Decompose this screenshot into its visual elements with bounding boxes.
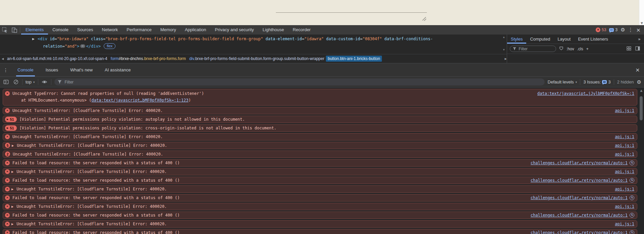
elements-scrollbar[interactable]: ▲ ▼ xyxy=(502,36,506,51)
source-link[interactable]: api.js:1 xyxy=(615,151,634,158)
message-line: Uncaught TypeError: Cannot read properti… xyxy=(12,91,204,96)
source-link[interactable]: api.js:1 xyxy=(615,203,634,210)
repeat-count-badge[interactable]: ▶51 xyxy=(5,125,17,131)
sidebar-tab-styles[interactable]: Styles xyxy=(507,35,526,44)
tab-performance[interactable]: Performance xyxy=(122,25,156,35)
expand-caret-icon[interactable]: ▶ xyxy=(12,144,14,147)
tab-memory[interactable]: Memory xyxy=(156,25,181,35)
source-link[interactable]: api.js:1 xyxy=(615,133,634,140)
stack-source-link[interactable]: data:text/javascript…bMF0pfX0pfSk=:1:123 xyxy=(92,98,189,103)
repeat-count-badge[interactable]: ▶51 xyxy=(5,117,17,122)
scroll-down-icon[interactable]: ▼ xyxy=(640,21,644,25)
request-initiator-icon[interactable]: ⇅ xyxy=(630,230,634,234)
console-scrollbar[interactable]: ▲ xyxy=(639,89,644,233)
source-link[interactable]: challenges.cloudflar…retry/normal/auto:1 xyxy=(531,229,628,234)
expand-caret-icon[interactable]: ▶ xyxy=(11,205,13,208)
request-initiator-icon[interactable]: ⇅ xyxy=(630,178,634,183)
styles-filter-box[interactable] xyxy=(510,46,556,52)
expand-caret-icon[interactable]: ▶ xyxy=(11,223,13,226)
inspect-element-icon[interactable] xyxy=(0,25,9,35)
settings-gear-icon[interactable]: ⚙ xyxy=(621,27,625,33)
request-initiator-icon[interactable]: ⇅ xyxy=(630,213,634,218)
tab-network[interactable]: Network xyxy=(98,25,122,35)
console-settings-gear-icon[interactable]: ⚙ xyxy=(637,79,641,85)
source-link[interactable]: challenges.cloudflar…retry/normal/auto:1 xyxy=(531,177,628,184)
expand-inline-icon[interactable]: ⋯ xyxy=(80,44,85,48)
error-icon: ✕ xyxy=(5,108,10,113)
drawer-tab-issues[interactable]: Issues xyxy=(44,63,60,76)
error-status[interactable]: × 53 xyxy=(596,27,606,32)
drawer-tab-what-s-new[interactable]: What's new xyxy=(69,63,94,76)
sidebar-tab-layout[interactable]: Layout xyxy=(554,35,574,44)
tab-privacy-and-security[interactable]: Privacy and security xyxy=(210,25,258,35)
expand-caret-icon[interactable]: ▶ xyxy=(11,170,13,173)
source-link[interactable]: api.js:1 xyxy=(615,221,634,227)
scroll-down-icon[interactable]: ▼ xyxy=(502,49,506,51)
drawer-menu-icon[interactable]: ⋮ xyxy=(0,63,11,76)
tab-recorder[interactable]: Recorder xyxy=(288,25,315,35)
sidebar-tab-event-listeners[interactable]: Event Listeners xyxy=(574,35,612,44)
source-link[interactable]: api.js:1 xyxy=(615,186,634,192)
tab-elements[interactable]: Elements xyxy=(21,25,48,35)
request-initiator-icon[interactable]: ⇅ xyxy=(630,195,634,200)
source-link[interactable]: challenges.cloudflar…retry/normal/auto:1 xyxy=(531,194,628,201)
source-link[interactable]: api.js:1 xyxy=(615,107,634,114)
source-link[interactable]: challenges.cloudflar…retry/normal/auto:1 xyxy=(531,212,628,219)
breadcrumb-item[interactable]: div.brxe-brf-pro-forms-field-submit-butt… xyxy=(188,56,326,62)
drawer-tab-ai-assistance[interactable]: AI assistance xyxy=(103,63,132,76)
breadcrumb-item[interactable]: form#brxe-dnchns.brxe-brf-pro-forms.form xyxy=(109,56,188,62)
more-options-icon[interactable]: ⋮ xyxy=(628,27,633,33)
source-link[interactable]: api.js:1 xyxy=(615,168,634,175)
drawer-tab-console[interactable]: Console xyxy=(16,63,35,76)
resize-grip-icon[interactable] xyxy=(422,16,427,21)
scrollbar-thumb[interactable] xyxy=(640,96,643,120)
breadcrumb-item[interactable]: an-6.col-span-full.md\:mt-10.mt-20.gap-1… xyxy=(5,56,109,62)
more-sidebar-tabs-icon[interactable]: » xyxy=(635,35,644,44)
console-filter-box[interactable] xyxy=(54,78,545,85)
error-icon: ✕ xyxy=(5,230,10,234)
styles-filter-input[interactable] xyxy=(518,46,553,52)
dom-node-line-wrap[interactable]: relation="and">⋯</div>flex xyxy=(43,43,115,49)
device-toolbar-icon[interactable] xyxy=(9,25,19,35)
computed-sidebar-toggle-icon[interactable] xyxy=(635,46,640,52)
scroll-up-icon[interactable]: ▲ xyxy=(639,89,644,92)
scroll-up-icon[interactable]: ▲ xyxy=(502,36,506,39)
breadcrumb-right-icon[interactable]: ▶ xyxy=(505,54,507,63)
javascript-context-dropdown[interactable]: top ▾ xyxy=(26,79,35,84)
toolbar-divider xyxy=(38,79,38,85)
dom-node-line[interactable]: <div id="brxe-idawra" class="brxe-brf-pr… xyxy=(38,37,433,41)
expand-caret-icon[interactable]: ▶ xyxy=(11,188,13,191)
issues-counter[interactable]: 3 Issues: 3 xyxy=(583,79,610,84)
toolbar-divider xyxy=(580,79,580,85)
toggle-hover-button[interactable]: :hov xyxy=(566,47,574,51)
console-filter-input[interactable] xyxy=(64,79,541,85)
element-states-icon[interactable] xyxy=(559,46,563,52)
console-message: ✕▶Uncaught TurnstileError: [Cloudflare T… xyxy=(3,168,637,175)
sidebar-tab-strip: StylesComputedLayoutEvent Listeners» xyxy=(507,35,644,44)
request-initiator-icon[interactable]: ⇅ xyxy=(630,161,634,165)
source-link[interactable]: api.js:1 xyxy=(615,142,634,149)
tab-application[interactable]: Application xyxy=(181,25,211,35)
console-sidebar-toggle-icon[interactable] xyxy=(3,80,9,84)
expand-node-icon[interactable]: ▶ xyxy=(32,37,35,41)
live-expression-eye-icon[interactable] xyxy=(41,80,48,84)
sidebar-tab-computed[interactable]: Computed xyxy=(526,35,554,44)
close-drawer-icon[interactable]: × xyxy=(631,63,644,76)
breadcrumb-item[interactable]: button.btn-ani-1.bricks-button xyxy=(326,56,382,62)
tab-lighthouse[interactable]: Lighthouse xyxy=(258,25,289,35)
rendering-emulation-icon[interactable] xyxy=(627,46,631,52)
tab-sources[interactable]: Sources xyxy=(73,25,98,35)
source-link[interactable]: challenges.cloudflar…retry/normal/auto:1 xyxy=(531,160,628,166)
flex-badge[interactable]: flex xyxy=(104,43,115,49)
issues-status[interactable]: 3 xyxy=(609,27,617,32)
log-levels-dropdown[interactable]: Default levels ▾ xyxy=(548,79,577,84)
tab-console[interactable]: Console xyxy=(48,25,73,35)
new-style-rule-button[interactable]: + xyxy=(586,47,589,51)
element-classes-button[interactable]: .cls xyxy=(577,47,583,51)
toolbar-right-group: × 53 3 ⚙ ⋮ × xyxy=(596,25,644,35)
source-link[interactable]: data:text/javascript…jJylbMF0pfX0pfSk=:1 xyxy=(537,90,634,97)
close-devtools-icon[interactable]: × xyxy=(636,27,641,33)
clear-console-icon[interactable] xyxy=(12,79,19,84)
page-scrollbar[interactable]: ▼ xyxy=(639,0,644,25)
breadcrumb-left-icon[interactable]: ◀ xyxy=(0,57,5,60)
